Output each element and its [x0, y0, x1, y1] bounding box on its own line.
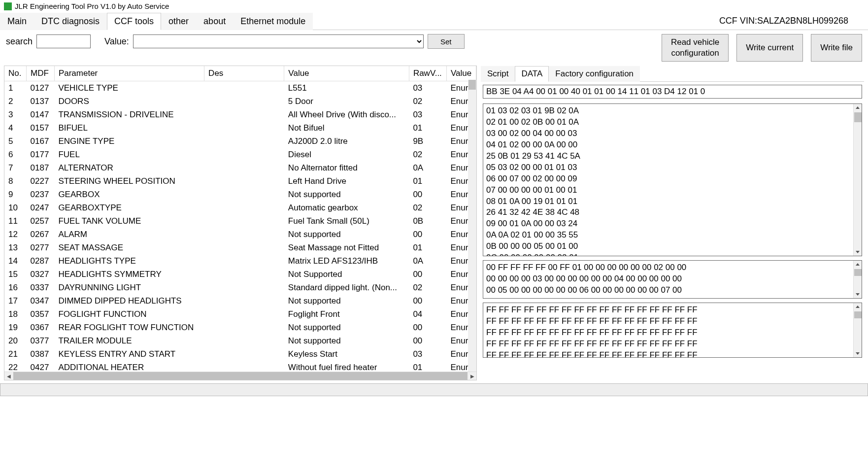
table-row[interactable]: 90237GEARBOXNot supported00Enur: [4, 188, 476, 201]
th-rawv[interactable]: RawV...: [409, 66, 446, 81]
hex1-scrollbar[interactable]: [853, 104, 862, 256]
subtab-factory[interactable]: Factory configuration: [549, 66, 640, 82]
set-button[interactable]: Set: [428, 34, 465, 49]
th-no[interactable]: No.: [4, 66, 27, 81]
subtab-script[interactable]: Script: [481, 66, 515, 82]
cell-value: L551: [284, 81, 409, 95]
cell-no: 13: [4, 241, 27, 254]
cell-des: [204, 347, 284, 361]
cell-value: No Alternator fitted: [284, 161, 409, 174]
cell-value: Automatic gearbox: [284, 201, 409, 214]
table-row[interactable]: 80227STEERING WHEEL POSITIONLeft Hand Dr…: [4, 174, 476, 188]
hex-box-3[interactable]: FF FF FF FF FF FF FF FF FF FF FF FF FF F…: [483, 303, 862, 358]
cell-value: AJ200D 2.0 litre: [284, 135, 409, 148]
tab-dtc[interactable]: DTC diagnosis: [34, 13, 107, 30]
hex-box-2[interactable]: 00 FF FF FF FF 00 FF 01 00 00 00 00 00 0…: [483, 260, 862, 299]
table-row[interactable]: 120267ALARMNot supported00Enur: [4, 228, 476, 241]
th-mdf[interactable]: MDF: [27, 66, 55, 81]
th-value[interactable]: Value: [284, 66, 409, 81]
th-parameter[interactable]: Parameter: [54, 66, 204, 81]
hex-box-1[interactable]: 01 03 02 03 01 9B 02 0A 02 01 00 02 0B 0…: [483, 103, 862, 256]
cell-value: Not Bifuel: [284, 121, 409, 135]
tab-other[interactable]: other: [161, 13, 196, 30]
table-row[interactable]: 220427ADDITIONAL HEATERWithout fuel fire…: [4, 361, 476, 372]
table-row[interactable]: 70187ALTERNATORNo Alternator fitted0AEnu…: [4, 161, 476, 174]
cell-no: 18: [4, 307, 27, 321]
table-row[interactable]: 50167ENGINE TYPEAJ200D 2.0 litre9BEnur: [4, 135, 476, 148]
table-v-scrollbar[interactable]: [468, 80, 476, 372]
table-row[interactable]: 100247GEARBOXTYPEAutomatic gearbox02Enur: [4, 201, 476, 214]
cell-no: 2: [4, 95, 27, 108]
tab-ethernet[interactable]: Ethernet module: [233, 13, 313, 30]
cell-value: Standard dipped light. (Non...: [284, 281, 409, 294]
cell-value: Keyless Start: [284, 347, 409, 361]
table-row[interactable]: 110257FUEL TANK VOLUMEFuel Tank Small (5…: [4, 214, 476, 228]
table-row[interactable]: 20137DOORS5 Door02Enur: [4, 95, 476, 108]
cell-value: Not supported: [284, 294, 409, 307]
cell-mdf: 0267: [27, 228, 55, 241]
subtab-data[interactable]: DATA: [515, 66, 549, 82]
cell-param: DAYRUNNING LIGHT: [54, 281, 204, 294]
cell-param: DOORS: [54, 95, 204, 108]
scroll-left-icon[interactable]: ◀: [4, 372, 13, 380]
cell-mdf: 0367: [27, 321, 55, 334]
cell-param: KEYLESS ENTRY AND START: [54, 347, 204, 361]
tab-about[interactable]: about: [196, 13, 233, 30]
cell-no: 4: [4, 121, 27, 135]
table-row[interactable]: 10127VEHICLE TYPEL55103Enur: [4, 81, 476, 95]
cell-mdf: 0127: [27, 81, 55, 95]
write-file-button[interactable]: Write file: [811, 34, 862, 62]
search-input[interactable]: [36, 34, 91, 48]
scroll-right-icon[interactable]: ▶: [468, 372, 476, 380]
table-row[interactable]: 60177FUELDiesel02Enur: [4, 148, 476, 161]
cell-param: GEARBOXTYPE: [54, 201, 204, 214]
write-current-button[interactable]: Write current: [736, 34, 803, 62]
table-row[interactable]: 210387KEYLESS ENTRY AND STARTKeyless Sta…: [4, 347, 476, 361]
tab-main[interactable]: Main: [0, 13, 34, 30]
table-row[interactable]: 180357FOGLIGHT FUNCTIONFoglight Front04E…: [4, 307, 476, 321]
hex3-scrollbar[interactable]: [853, 303, 862, 357]
cell-raw: 00: [409, 334, 446, 347]
cell-mdf: 0157: [27, 121, 55, 135]
cell-param: DIMMED DIPPED HEADLIGHTS: [54, 294, 204, 307]
cell-no: 19: [4, 321, 27, 334]
cell-no: 20: [4, 334, 27, 347]
cell-mdf: 0237: [27, 188, 55, 201]
cell-raw: 02: [409, 95, 446, 108]
cell-des: [204, 334, 284, 347]
cell-no: 7: [4, 161, 27, 174]
cell-raw: 01: [409, 241, 446, 254]
cell-param: ENGINE TYPE: [54, 135, 204, 148]
read-vehicle-config-button[interactable]: Read vehicle configuration: [662, 34, 729, 62]
cell-param: TRANSMISSION - DRIVELINE: [54, 108, 204, 121]
table-h-scrollbar[interactable]: ◀ ▶: [4, 372, 476, 380]
table-row[interactable]: 160337DAYRUNNING LIGHTStandard dipped li…: [4, 281, 476, 294]
table-row[interactable]: 170347DIMMED DIPPED HEADLIGHTSNot suppor…: [4, 294, 476, 307]
table-row[interactable]: 150327HEADLIGHTS SYMMETRYNot Supported00…: [4, 268, 476, 281]
cell-mdf: 0257: [27, 214, 55, 228]
tab-ccf[interactable]: CCF tools: [107, 13, 161, 30]
toolbar: search Value: Set Read vehicle configura…: [0, 30, 868, 66]
hex-header-input[interactable]: BB 3E 04 A4 00 01 00 40 01 01 00 14 11 0…: [483, 85, 862, 99]
table-row[interactable]: 140287HEADLIGHTS TYPEMatrix LED AFS123/I…: [4, 254, 476, 268]
table-row[interactable]: 200377TRAILER MODULENot supported00Enur: [4, 334, 476, 347]
hex2-scrollbar[interactable]: [853, 261, 862, 298]
cell-value: Matrix LED AFS123/IHB: [284, 254, 409, 268]
cell-no: 3: [4, 108, 27, 121]
cell-des: [204, 294, 284, 307]
cell-param: VEHICLE TYPE: [54, 81, 204, 95]
table-row[interactable]: 130277SEAT MASSAGESeat Massage not Fitte…: [4, 241, 476, 254]
cell-des: [204, 161, 284, 174]
value-select[interactable]: [133, 34, 424, 48]
table-row[interactable]: 30147TRANSMISSION - DRIVELINEAll Wheel D…: [4, 108, 476, 121]
main-tabs: Main DTC diagnosis CCF tools other about…: [0, 12, 868, 30]
statusbar: [0, 383, 868, 396]
th-des[interactable]: Des: [204, 66, 284, 81]
cell-raw: 0A: [409, 254, 446, 268]
cell-mdf: 0247: [27, 201, 55, 214]
cell-des: [204, 281, 284, 294]
cell-param: BIFUEL: [54, 121, 204, 135]
table-row[interactable]: 40157BIFUELNot Bifuel01Enur: [4, 121, 476, 135]
table-row[interactable]: 190367REAR FOGLIGHT TOW FUNCTIONNot supp…: [4, 321, 476, 334]
th-value-type[interactable]: Value: [446, 66, 476, 81]
